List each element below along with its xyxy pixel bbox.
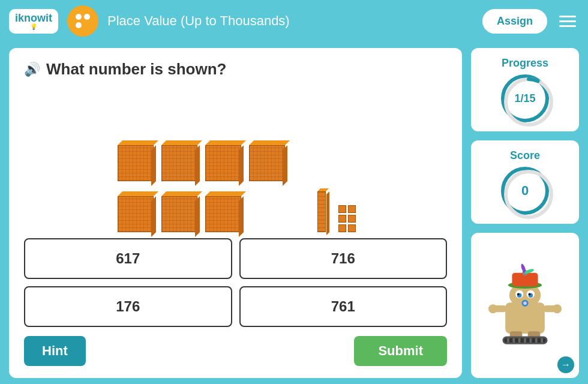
score-circle: 0 — [501, 167, 549, 215]
svg-point-0 — [506, 79, 551, 125]
next-arrow-button[interactable]: → — [557, 356, 574, 373]
blocks-visual — [24, 88, 447, 232]
submit-button[interactable]: Submit — [354, 336, 447, 366]
dot3 — [76, 22, 82, 28]
svg-rect-27 — [512, 338, 515, 343]
score-label: Score — [510, 149, 540, 162]
cube-front — [161, 145, 197, 181]
cube-side — [195, 196, 200, 237]
cube-top — [249, 140, 290, 145]
cube-side — [195, 145, 200, 186]
one-block — [338, 215, 346, 223]
svg-rect-30 — [530, 338, 532, 343]
answer-button-716[interactable]: 716 — [239, 238, 448, 279]
dot1 — [76, 14, 82, 20]
cube-front — [118, 196, 154, 232]
menu-line-2 — [559, 20, 576, 22]
right-panel: Progress 1/15 Score 0 — [471, 48, 579, 378]
bottom-buttons: Hint Submit — [24, 336, 447, 366]
robot-card: → — [471, 233, 579, 378]
one-block — [338, 224, 346, 232]
cube-block — [159, 191, 200, 232]
dots-icon — [76, 14, 90, 28]
main-content: 🔊 What number is shown? — [0, 42, 588, 384]
tens-group — [316, 187, 329, 232]
cube-block — [115, 191, 156, 232]
svg-point-15 — [529, 293, 531, 295]
cube-side — [239, 145, 244, 186]
dot2 — [84, 14, 90, 20]
robot-character — [486, 260, 564, 350]
ten-rod — [316, 187, 329, 232]
svg-rect-26 — [507, 338, 509, 343]
hundreds-group — [115, 133, 307, 232]
svg-point-21 — [553, 304, 562, 313]
speaker-icon[interactable]: 🔊 — [24, 62, 40, 77]
cube-block — [203, 140, 244, 181]
progress-circle: 1/15 — [501, 74, 549, 122]
progress-ring — [501, 74, 556, 130]
cube-block — [247, 140, 287, 181]
lesson-title: Place Value (Up to Thousands) — [107, 13, 473, 29]
svg-rect-31 — [535, 338, 538, 343]
logo-text: iknowit — [15, 13, 52, 23]
cube-block — [115, 140, 156, 181]
progress-card: Progress 1/15 — [471, 48, 579, 131]
cube-top — [161, 191, 202, 196]
svg-rect-28 — [518, 338, 521, 343]
one-block — [348, 224, 356, 232]
question-area: 🔊 What number is shown? — [24, 60, 447, 79]
one-block — [338, 205, 346, 213]
answer-button-617[interactable]: 617 — [24, 238, 232, 279]
ones-row-3 — [338, 224, 356, 232]
cube-front — [205, 196, 241, 232]
one-block — [348, 215, 356, 223]
cube-top — [118, 191, 158, 196]
app-header: iknowit 💡 Place Value (Up to Thousands) … — [0, 0, 588, 42]
cube-block — [159, 140, 200, 181]
menu-line-1 — [559, 16, 576, 17]
svg-point-2 — [506, 172, 551, 217]
cube-top — [205, 140, 246, 145]
answer-grid: 617 716 176 761 — [24, 238, 447, 327]
cube-block — [203, 191, 244, 232]
svg-point-20 — [488, 304, 497, 313]
svg-rect-32 — [541, 338, 543, 343]
score-ring — [501, 167, 556, 222]
answer-button-176[interactable]: 176 — [24, 286, 232, 327]
ten-top — [317, 188, 329, 191]
cube-front — [205, 145, 241, 181]
ones-group — [338, 205, 356, 232]
score-card: Score 0 — [471, 140, 579, 224]
cube-front — [249, 145, 285, 181]
question-text: What number is shown? — [46, 60, 226, 79]
assign-button[interactable]: Assign — [482, 9, 547, 34]
cube-side — [283, 145, 287, 186]
logo: iknowit 💡 — [9, 9, 58, 34]
answer-button-761[interactable]: 761 — [239, 286, 448, 327]
lesson-icon — [67, 5, 98, 37]
cube-front — [118, 145, 154, 181]
cube-side — [151, 145, 156, 186]
svg-point-14 — [517, 293, 520, 295]
ones-row-2 — [338, 215, 356, 223]
cube-side — [239, 196, 244, 237]
logo-lightbulb-icon: 💡 — [30, 23, 37, 30]
menu-line-3 — [559, 25, 576, 27]
cube-top — [118, 140, 158, 145]
ten-side — [326, 191, 329, 235]
progress-label: Progress — [502, 57, 548, 70]
svg-point-17 — [523, 301, 527, 305]
hint-button[interactable]: Hint — [24, 336, 86, 366]
cube-top — [205, 191, 246, 196]
cube-top — [161, 140, 202, 145]
menu-button[interactable] — [556, 13, 579, 30]
cube-side — [151, 196, 156, 237]
ones-row-1 — [338, 205, 356, 213]
one-block — [348, 205, 356, 213]
question-panel: 🔊 What number is shown? — [9, 48, 462, 378]
svg-rect-29 — [524, 338, 526, 343]
cube-front — [161, 196, 197, 232]
ten-front — [317, 191, 326, 232]
